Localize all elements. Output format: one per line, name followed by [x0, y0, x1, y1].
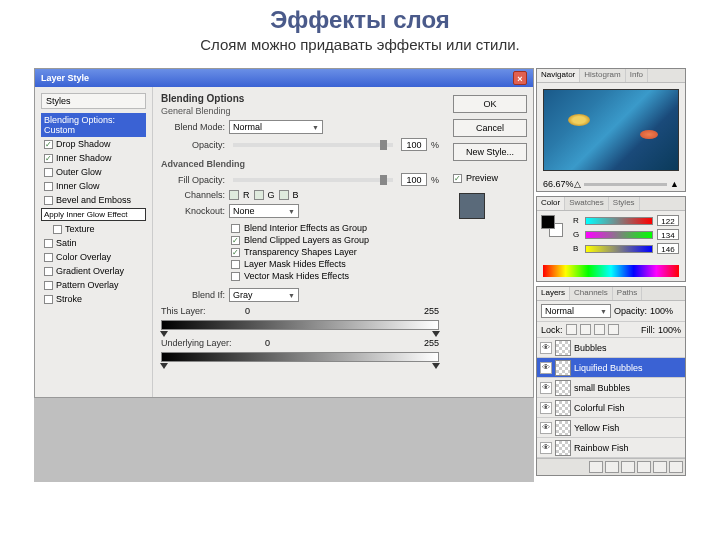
checkbox-icon[interactable] [53, 225, 62, 234]
tab-histogram[interactable]: Histogram [580, 69, 625, 82]
zoom-value[interactable]: 66.67% [543, 179, 574, 189]
styles-list: Styles Blending Options: Custom Drop Sha… [35, 87, 153, 397]
mask-icon[interactable] [621, 461, 635, 473]
lock-pixels-icon[interactable] [580, 324, 591, 335]
zoom-out-icon[interactable]: △ [574, 179, 581, 189]
tab-color[interactable]: Color [537, 197, 565, 210]
checkbox-icon[interactable] [231, 272, 240, 281]
preview-checkbox[interactable] [453, 174, 462, 183]
layer-row[interactable]: 👁small Bubbles [537, 378, 685, 398]
r-value[interactable]: 122 [657, 215, 679, 226]
layer-mode-dropdown[interactable]: Normal▼ [541, 304, 611, 318]
checkbox-icon[interactable] [44, 182, 53, 191]
tab-channels[interactable]: Channels [570, 287, 613, 300]
opacity-slider[interactable] [233, 143, 393, 147]
tab-layers[interactable]: Layers [537, 287, 570, 300]
blending-options-item[interactable]: Blending Options: Custom [41, 113, 146, 137]
tab-info[interactable]: Info [626, 69, 648, 82]
knockout-dropdown[interactable]: None▼ [229, 204, 299, 218]
style-item: Inner Shadow [41, 151, 146, 165]
blend-mode-dropdown[interactable]: Normal▼ [229, 120, 323, 134]
style-item: Outer Glow [41, 165, 146, 179]
dialog-titlebar[interactable]: Layer Style × [35, 69, 533, 87]
checkbox-icon[interactable] [231, 260, 240, 269]
checkbox-icon[interactable] [231, 248, 240, 257]
checkbox-icon[interactable] [44, 140, 53, 149]
lock-all-icon[interactable] [608, 324, 619, 335]
tab-paths[interactable]: Paths [613, 287, 642, 300]
checkbox-icon[interactable] [231, 224, 240, 233]
layer-fill[interactable]: 100% [658, 325, 681, 335]
layer-thumb[interactable] [555, 440, 571, 456]
style-item: Inner Glow [41, 179, 146, 193]
layer-thumb[interactable] [555, 360, 571, 376]
checkbox-icon[interactable] [44, 168, 53, 177]
lock-position-icon[interactable] [594, 324, 605, 335]
checkbox-icon[interactable] [44, 281, 53, 290]
r-slider[interactable] [585, 217, 653, 225]
g-slider[interactable] [585, 231, 653, 239]
layer-row[interactable]: 👁Bubbles [537, 338, 685, 358]
fx-icon[interactable] [605, 461, 619, 473]
spectrum-bar[interactable] [543, 265, 679, 277]
color-palette[interactable]: Color Swatches Styles R122 G134 B146 [536, 196, 686, 282]
layer-row[interactable]: 👁Yellow Fish [537, 418, 685, 438]
channel-g-checkbox[interactable] [254, 190, 264, 200]
b-slider[interactable] [585, 245, 653, 253]
trash-icon[interactable] [669, 461, 683, 473]
layer-thumb[interactable] [555, 400, 571, 416]
layer-row[interactable]: 👁Rainbow Fish [537, 438, 685, 458]
tab-styles[interactable]: Styles [609, 197, 640, 210]
checkbox-icon[interactable] [231, 236, 240, 245]
checkbox-icon[interactable] [44, 196, 53, 205]
zoom-in-icon[interactable]: ▲ [670, 179, 679, 189]
tab-swatches[interactable]: Swatches [565, 197, 609, 210]
ok-button[interactable]: OK [453, 95, 527, 113]
this-layer-ramp[interactable] [161, 320, 439, 330]
checkbox-icon[interactable] [44, 239, 53, 248]
styles-header[interactable]: Styles [41, 93, 146, 109]
layer-thumb[interactable] [555, 380, 571, 396]
checkbox-icon[interactable] [44, 253, 53, 262]
close-icon[interactable]: × [513, 71, 527, 85]
layers-palette[interactable]: Layers Channels Paths Normal▼ Opacity: 1… [536, 286, 686, 476]
checkbox-icon[interactable] [44, 295, 53, 304]
eye-icon[interactable]: 👁 [540, 342, 552, 354]
folder-icon[interactable] [637, 461, 651, 473]
channel-b-checkbox[interactable] [279, 190, 289, 200]
navigator-palette[interactable]: Navigator Histogram Info 66.67% △ ▲ [536, 68, 686, 192]
layer-row[interactable]: 👁Colorful Fish [537, 398, 685, 418]
layer-row[interactable]: 👁Liquified Bubbles [537, 358, 685, 378]
layer-thumb[interactable] [555, 420, 571, 436]
eye-icon[interactable]: 👁 [540, 402, 552, 414]
checkbox-icon[interactable] [44, 154, 53, 163]
eye-icon[interactable]: 👁 [540, 382, 552, 394]
eye-icon[interactable]: 👁 [540, 442, 552, 454]
zoom-slider[interactable] [584, 183, 668, 186]
g-value[interactable]: 134 [657, 229, 679, 240]
eye-icon[interactable]: 👁 [540, 422, 552, 434]
opacity-value[interactable]: 100 [401, 138, 427, 151]
chevron-down-icon: ▼ [600, 308, 607, 315]
channel-r-checkbox[interactable] [229, 190, 239, 200]
navigator-thumbnail[interactable] [543, 89, 679, 171]
lock-transparency-icon[interactable] [566, 324, 577, 335]
fgbg-swatches[interactable] [541, 215, 563, 237]
layer-opacity[interactable]: 100% [650, 306, 673, 316]
checkbox-icon[interactable] [44, 267, 53, 276]
fill-opacity-slider[interactable] [233, 178, 393, 182]
style-item: Color Overlay [41, 250, 146, 264]
tab-navigator[interactable]: Navigator [537, 69, 580, 82]
link-icon[interactable] [589, 461, 603, 473]
eye-icon[interactable]: 👁 [540, 362, 552, 374]
fill-opacity-value[interactable]: 100 [401, 173, 427, 186]
layer-thumb[interactable] [555, 340, 571, 356]
underlying-ramp[interactable] [161, 352, 439, 362]
new-layer-icon[interactable] [653, 461, 667, 473]
opacity-label: Opacity: [161, 140, 225, 150]
style-item: Pattern Overlay [41, 278, 146, 292]
b-value[interactable]: 146 [657, 243, 679, 254]
cancel-button[interactable]: Cancel [453, 119, 527, 137]
new-style-button[interactable]: New Style... [453, 143, 527, 161]
blendif-dropdown[interactable]: Gray▼ [229, 288, 299, 302]
